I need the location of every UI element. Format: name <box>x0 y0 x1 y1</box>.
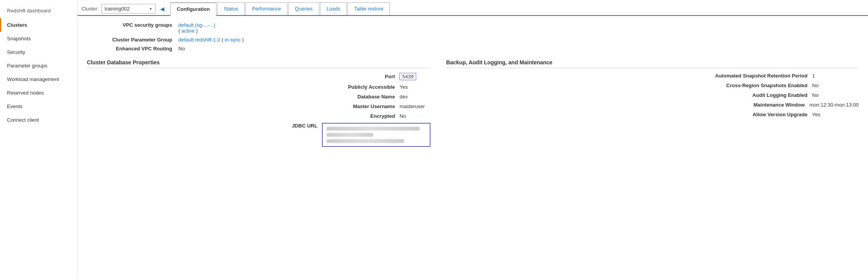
encrypted-label: Encrypted <box>370 113 395 119</box>
tab-table-restore[interactable]: Table restore <box>348 2 390 15</box>
maintenance-window-row: Maintenance Window mon:12:30-mon:13:00 <box>446 102 859 108</box>
publicly-accessible-row: Publicly Accessible Yes <box>87 84 431 90</box>
jdbc-url-blur-3 <box>327 139 404 143</box>
vpc-security-groups-value: default (sg-...-...) ( active ) <box>178 22 215 34</box>
database-name-row: Database Name dev <box>87 94 431 100</box>
master-username-row: Master Username masteruser <box>87 103 431 109</box>
cross-region-label: Cross-Region Snapshots Enabled <box>726 83 807 88</box>
port-label: Port <box>385 74 395 79</box>
database-name-value: dev <box>399 94 431 100</box>
port-box: 5439 <box>399 73 416 80</box>
snapshot-retention-row: Automated Snapshot Retention Period 1 <box>446 73 859 79</box>
audit-logging-value: No <box>812 92 859 98</box>
top-bar: Cluster: training002 ◀ Configuration Sta… <box>78 0 868 16</box>
database-name-label: Database Name <box>358 94 395 100</box>
enhanced-vpc-row: Enhanced VPC Routing No <box>87 46 859 52</box>
cross-region-row: Cross-Region Snapshots Enabled No <box>446 83 859 88</box>
cluster-param-group-status: in-sync <box>225 37 240 43</box>
cluster-param-group-value: default.redshift-1.0 ( in-sync ) <box>178 37 244 43</box>
jdbc-url-value <box>322 123 431 147</box>
version-upgrade-label: Allow Version Upgrade <box>752 112 807 117</box>
audit-logging-label: Audit Logging Enabled <box>752 92 807 98</box>
master-username-label: Master Username <box>353 103 395 109</box>
enhanced-vpc-label: Enhanced VPC Routing <box>87 46 172 52</box>
port-value: 5439 <box>399 73 431 80</box>
nav-arrow[interactable]: ◀ <box>159 5 166 13</box>
jdbc-url-row: JDBC URL <box>87 123 431 147</box>
cluster-param-group-link[interactable]: default.redshift-1.0 <box>178 37 220 43</box>
tab-queries[interactable]: Queries <box>288 2 319 15</box>
cross-region-value: No <box>812 83 859 88</box>
main-area: Cluster: training002 ◀ Configuration Sta… <box>78 0 868 279</box>
tab-configuration[interactable]: Configuration <box>170 2 216 16</box>
enhanced-vpc-value: No <box>178 46 185 52</box>
version-upgrade-row: Allow Version Upgrade Yes <box>446 112 859 117</box>
version-upgrade-value: Yes <box>812 112 859 117</box>
backup-properties-section: Backup, Audit Logging, and Maintenance A… <box>446 59 859 151</box>
cluster-selector-wrapper: training002 <box>101 4 156 14</box>
backup-properties-title: Backup, Audit Logging, and Maintenance <box>446 59 859 68</box>
vpc-status: active <box>182 28 195 34</box>
sidebar-item-snapshots[interactable]: Snapshots <box>0 32 77 45</box>
tab-loads[interactable]: Loads <box>320 2 347 15</box>
db-properties-title: Cluster Database Properties <box>87 59 431 68</box>
master-username-value: masteruser <box>399 103 431 109</box>
snapshot-retention-value: 1 <box>812 73 859 79</box>
jdbc-url-label: JDBC URL <box>292 123 318 129</box>
sidebar-item-events[interactable]: Events <box>0 100 77 113</box>
tabs: Configuration Status Performance Queries… <box>170 2 391 15</box>
jdbc-url-blur-1 <box>327 127 420 131</box>
sidebar-item-workload-management[interactable]: Workload management <box>0 72 77 86</box>
publicly-accessible-value: Yes <box>399 84 431 90</box>
cluster-param-group-row: Cluster Parameter Group default.redshift… <box>87 37 859 43</box>
vpc-security-groups-row: VPC security groups default (sg-...-...)… <box>87 22 859 34</box>
vpc-security-groups-label: VPC security groups <box>87 22 172 28</box>
port-row: Port 5439 <box>87 73 431 80</box>
sidebar-item-clusters[interactable]: Clusters <box>0 18 77 32</box>
sidebar-item-parameter-groups[interactable]: Parameter groups <box>0 59 77 72</box>
sidebar: Redshift dashboard Clusters Snapshots Se… <box>0 0 78 279</box>
maintenance-window-value: mon:12:30-mon:13:00 <box>809 102 859 108</box>
properties-container: Cluster Database Properties Port 5439 Pu… <box>87 59 859 151</box>
cluster-param-group-label: Cluster Parameter Group <box>87 37 172 43</box>
db-properties-section: Cluster Database Properties Port 5439 Pu… <box>87 59 431 151</box>
cluster-label: Cluster: <box>81 6 99 12</box>
content-area: VPC security groups default (sg-...-...)… <box>78 16 868 279</box>
jdbc-url-blur-2 <box>327 133 373 137</box>
sidebar-item-connect-client[interactable]: Connect client <box>0 113 77 127</box>
cluster-select[interactable]: training002 <box>101 4 156 14</box>
jdbc-url-box <box>322 123 431 147</box>
encrypted-row: Encrypted No <box>87 113 431 119</box>
audit-logging-row: Audit Logging Enabled No <box>446 92 859 98</box>
sidebar-item-security[interactable]: Security <box>0 45 77 59</box>
tab-performance[interactable]: Performance <box>246 2 287 15</box>
tab-status[interactable]: Status <box>217 2 245 15</box>
maintenance-window-label: Maintenance Window <box>754 102 805 108</box>
vpc-section: VPC security groups default (sg-...-...)… <box>87 22 859 52</box>
sidebar-item-reserved-nodes[interactable]: Reserved nodes <box>0 86 77 100</box>
snapshot-retention-label: Automated Snapshot Retention Period <box>715 73 807 79</box>
publicly-accessible-label: Publicly Accessible <box>348 84 395 90</box>
sidebar-dashboard-link[interactable]: Redshift dashboard <box>0 5 77 18</box>
vpc-sg-link[interactable]: default (sg-...-...) <box>178 22 215 28</box>
encrypted-value: No <box>399 113 431 119</box>
